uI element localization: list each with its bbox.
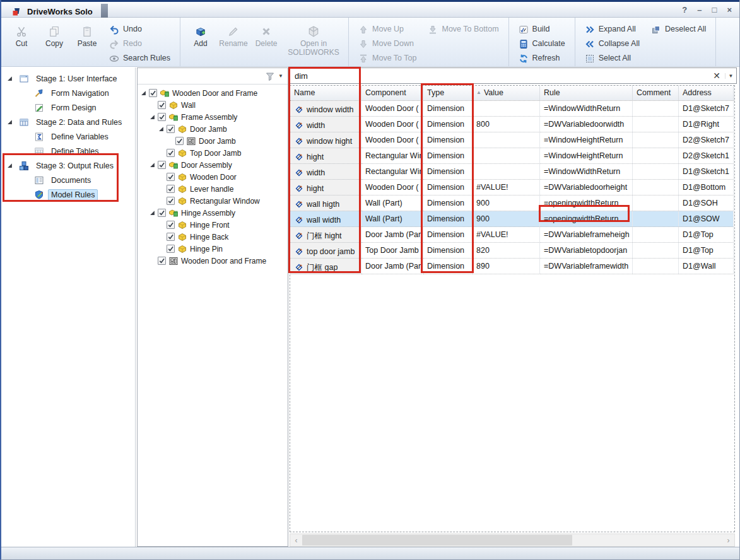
column-header-value[interactable]: ▲Value [473,86,540,100]
grid-filter-input[interactable] [290,69,708,83]
tree-item-door-jamb[interactable]: Door Jamb [138,123,288,135]
tree-item-wooden-door[interactable]: Wooden Door [138,171,288,183]
table-row[interactable]: widthWooden Door (Dimension800=DWVariabl… [290,117,734,132]
rename-button[interactable]: Rename [218,20,249,62]
table-row[interactable]: window widthWooden Door (Dimension=Windo… [290,101,734,117]
expander-icon[interactable] [149,162,156,168]
redo-button[interactable]: Redo [105,37,175,51]
deselect-all-button[interactable]: Deselect All [647,22,710,37]
collapse-all-button[interactable]: Collapse All [580,37,644,51]
checkbox[interactable] [175,137,184,145]
sidebar-item-model-rules[interactable]: Model Rules [1,187,135,202]
tree-item-door-assembly[interactable]: Door Assembly [138,159,288,171]
tree-item-wooden-door-and-frame[interactable]: Wooden Door and Frame [138,255,288,267]
column-header-component[interactable]: Component [361,86,423,100]
sidebar-item-form-design[interactable]: Form Design [1,100,135,115]
checkbox[interactable] [167,221,175,229]
move-to-bottom-button[interactable]: Move To Bottom [423,22,503,37]
undo-button[interactable]: Undo [105,22,175,37]
checkbox[interactable] [158,209,166,217]
sidebar-item-stage-1-user-interface[interactable]: Stage 1: User Interface [1,71,135,86]
minimize-button[interactable]: – [697,5,702,15]
checkbox[interactable] [167,125,175,133]
checkbox[interactable] [158,101,166,109]
scroll-right-arrow-icon[interactable]: › [722,536,734,545]
column-header-name[interactable]: Name [290,86,361,100]
move-to-top-button[interactable]: Move To Top [354,51,421,66]
table-row[interactable]: hightWooden Door (Dimension#VALUE!=DWVar… [290,180,734,195]
column-header-address[interactable]: Address [679,86,734,100]
filter-dropdown-arrow-icon[interactable]: ▼ [278,73,283,79]
checkbox[interactable] [149,89,157,97]
sidebar-item-define-variables[interactable]: Define Variables [1,129,135,144]
expander-icon[interactable] [5,76,14,81]
checkbox[interactable] [167,245,175,253]
cut-button[interactable]: Cut [6,20,37,62]
grid-filter-dropdown-arrow-icon[interactable]: ▼ [725,73,736,79]
paste-button[interactable]: Paste [72,20,102,62]
checkbox[interactable] [167,197,175,205]
table-row[interactable]: wall widthWall (Part)Dimension900=openin… [290,211,734,227]
tree-item-wall[interactable]: Wall [138,99,288,111]
table-row[interactable]: 门框 gapDoor Jamb (ParDimension890=DWVaria… [290,259,734,274]
close-button[interactable]: × [727,5,732,15]
checkbox[interactable] [158,161,166,169]
table-row[interactable]: top door jambTop Door JambDimension820=D… [290,243,734,259]
expander-icon[interactable] [5,163,14,168]
tree-item-rectangular-window[interactable]: Rectangular Window [138,195,288,207]
refresh-button[interactable]: Refresh [514,51,570,66]
expander-icon[interactable] [158,126,165,132]
tree-item-door-jamb[interactable]: Door Jamb [138,135,288,147]
expander-icon[interactable] [140,90,147,96]
sidebar-item-stage-2-data-and-rules[interactable]: Stage 2: Data and Rules [1,115,135,129]
tree-item-frame-assembly[interactable]: Frame Assembly [138,111,288,123]
tree-item-hinge-assembly[interactable]: Hinge Assembly [138,207,288,219]
sidebar-item-stage-3-output-rules[interactable]: Stage 3: Output Rules [1,158,135,173]
table-row[interactable]: hightRectangular WinDimension=WindowHeig… [290,148,734,164]
add-button[interactable]: Add [185,20,216,62]
tree-item-hinge-front[interactable]: Hinge Front [138,219,288,231]
expand-all-button[interactable]: Expand All [580,22,644,37]
build-button[interactable]: Build [514,22,570,37]
checkbox[interactable] [167,149,175,157]
column-header-comment[interactable]: Comment [633,86,679,100]
delete-button[interactable]: Delete [251,20,281,62]
scrollbar-thumb[interactable] [302,535,572,545]
open-in-solidworks-button[interactable]: Open in SOLIDWORKS [284,20,343,62]
table-row[interactable]: 门框 hightDoor Jamb (ParDimension#VALUE!=D… [290,227,734,243]
tree-item-top-door-jamb[interactable]: Top Door Jamb [138,147,288,159]
maximize-button[interactable]: □ [712,5,717,15]
scroll-left-arrow-icon[interactable]: ‹ [290,536,302,545]
toolbar: CutCopyPasteUndoRedoSearch RulesAddRenam… [1,18,739,67]
clear-filter-icon[interactable]: ✕ [708,71,725,81]
checkbox[interactable] [167,233,175,241]
sidebar-item-form-navigation[interactable]: Form Navigation [1,86,135,100]
tree-item-hinge-back[interactable]: Hinge Back [138,231,288,243]
expander-icon[interactable] [149,210,156,216]
expander-icon[interactable] [5,119,14,125]
table-row[interactable]: window hightWooden Door (Dimension=Windo… [290,132,734,148]
calculate-button[interactable]: Calculate [514,37,570,51]
checkbox[interactable] [158,257,166,265]
search-rules-button[interactable]: Search Rules [105,51,175,66]
column-header-type[interactable]: Type [423,86,473,100]
horizontal-scrollbar[interactable]: ‹ › [290,534,735,547]
funnel-filter-icon[interactable] [265,71,275,81]
checkbox[interactable] [167,185,175,193]
table-row[interactable]: wall higthWall (Part)Dimension900=openin… [290,195,734,211]
help-button[interactable]: ? [682,5,687,15]
sidebar-item-define-tables[interactable]: Define Tables [1,144,135,158]
checkbox[interactable] [158,113,166,121]
sidebar-item-documents[interactable]: Documents [1,173,135,187]
tree-item-wooden-door-and-frame[interactable]: Wooden Door and Frame [138,87,288,99]
tree-item-hinge-pin[interactable]: Hinge Pin [138,243,288,255]
column-header-rule[interactable]: Rule [540,86,633,100]
expander-icon[interactable] [149,114,156,120]
move-up-button[interactable]: Move Up [354,22,421,37]
move-down-button[interactable]: Move Down [354,37,421,51]
checkbox[interactable] [167,173,175,181]
tree-item-lever-handle[interactable]: Lever handle [138,183,288,195]
select-all-button[interactable]: Select All [580,51,644,66]
table-row[interactable]: widthRectangular WinDimension=WindowWidt… [290,164,734,180]
copy-button[interactable]: Copy [39,20,69,62]
